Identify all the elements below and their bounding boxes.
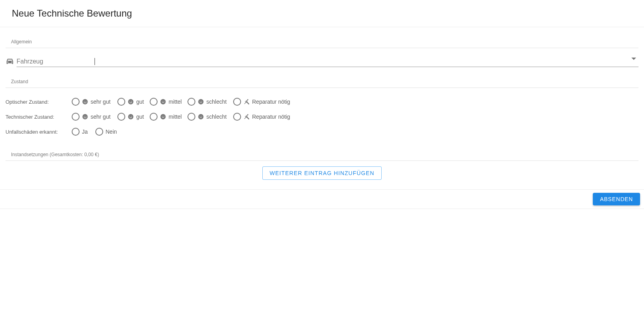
vehicle-field-row: Fahrzeug <box>6 56 638 67</box>
opt-label: sehr gut <box>91 114 111 120</box>
opt-label: mittel <box>169 99 182 105</box>
radio-unchecked-icon <box>95 128 103 136</box>
radio-unchecked-icon <box>233 113 241 121</box>
page-title: Neue Technische Bewertung <box>12 8 632 19</box>
face-happy-icon <box>82 114 88 120</box>
technical-opt-mittel[interactable]: mittel <box>150 113 187 121</box>
divider <box>6 88 638 88</box>
divider <box>6 160 638 161</box>
section-general: Allgemein <box>6 38 638 45</box>
technical-condition-label: Technischer Zustand: <box>6 114 72 120</box>
face-sad-icon <box>198 99 204 105</box>
face-smile-icon <box>128 114 134 120</box>
accident-row: Unfallschäden erkannt: Ja Nein <box>6 124 638 139</box>
radio-unchecked-icon <box>72 128 80 136</box>
opt-label: Reparatur nötig <box>252 99 290 105</box>
face-smile-icon <box>128 99 134 105</box>
car-icon <box>6 57 14 65</box>
radio-unchecked-icon <box>150 98 158 106</box>
accident-opt-nein[interactable]: Nein <box>95 128 117 136</box>
radio-unchecked-icon <box>233 98 241 106</box>
optical-condition-row: Optischer Zustand: sehr gut gut mittel <box>6 94 638 109</box>
technical-condition-row: Technischer Zustand: sehr gut gut mittel <box>6 109 638 124</box>
optical-opt-schlecht[interactable]: schlecht <box>187 98 233 106</box>
footer: Absenden <box>0 189 644 209</box>
face-sad-icon <box>198 114 204 120</box>
tools-icon <box>243 99 250 105</box>
opt-label: schlecht <box>206 114 226 120</box>
technical-opt-sehr-gut[interactable]: sehr gut <box>72 113 117 121</box>
optical-opt-mittel[interactable]: mittel <box>150 98 187 106</box>
section-repairs-label: Instandsetzungen (Gesamtkosten: 0,00 €) <box>11 152 103 157</box>
face-neutral-icon <box>160 114 166 120</box>
radio-unchecked-icon <box>72 98 80 106</box>
section-repairs: Instandsetzungen (Gesamtkosten: 0,00 €) <box>6 151 638 158</box>
radio-unchecked-icon <box>72 113 80 121</box>
opt-label: schlecht <box>206 99 226 105</box>
vehicle-autocomplete[interactable]: Fahrzeug <box>17 56 638 67</box>
section-condition-label: Zustand <box>11 79 32 84</box>
face-neutral-icon <box>160 99 166 105</box>
radio-unchecked-icon <box>187 113 195 121</box>
chevron-down-icon[interactable] <box>631 58 636 60</box>
optical-opt-reparatur[interactable]: Reparatur nötig <box>233 98 290 106</box>
opt-label: Ja <box>82 129 88 135</box>
section-general-label: Allgemein <box>11 39 36 45</box>
face-happy-icon <box>82 99 88 105</box>
opt-label: gut <box>136 99 144 105</box>
radio-unchecked-icon <box>117 113 125 121</box>
add-entry-wrap: Weiterer Eintrag hinzufügen <box>6 158 638 180</box>
submit-button[interactable]: Absenden <box>593 193 640 205</box>
page-header: Neue Technische Bewertung <box>0 0 644 27</box>
optical-opt-sehr-gut[interactable]: sehr gut <box>72 98 117 106</box>
optical-condition-label: Optischer Zustand: <box>6 99 72 105</box>
technical-opt-schlecht[interactable]: schlecht <box>187 113 233 121</box>
opt-label: mittel <box>169 114 182 120</box>
opt-label: Reparatur nötig <box>252 114 290 120</box>
optical-opt-gut[interactable]: gut <box>117 98 150 106</box>
accident-label: Unfallschäden erkannt: <box>6 129 72 135</box>
section-condition: Zustand <box>6 78 638 85</box>
radio-unchecked-icon <box>187 98 195 106</box>
accident-opt-ja[interactable]: Ja <box>72 128 95 136</box>
opt-label: Nein <box>106 129 117 135</box>
technical-opt-reparatur[interactable]: Reparatur nötig <box>233 113 290 121</box>
tools-icon <box>243 114 250 120</box>
opt-label: gut <box>136 114 144 120</box>
technical-condition-options: sehr gut gut mittel schlecht <box>72 113 290 121</box>
opt-label: sehr gut <box>91 99 111 105</box>
radio-unchecked-icon <box>117 98 125 106</box>
divider <box>6 48 638 48</box>
radio-unchecked-icon <box>150 113 158 121</box>
optical-condition-options: sehr gut gut mittel schlecht <box>72 98 290 106</box>
technical-opt-gut[interactable]: gut <box>117 113 150 121</box>
accident-options: Ja Nein <box>72 128 117 136</box>
add-entry-button[interactable]: Weiterer Eintrag hinzufügen <box>262 166 382 180</box>
